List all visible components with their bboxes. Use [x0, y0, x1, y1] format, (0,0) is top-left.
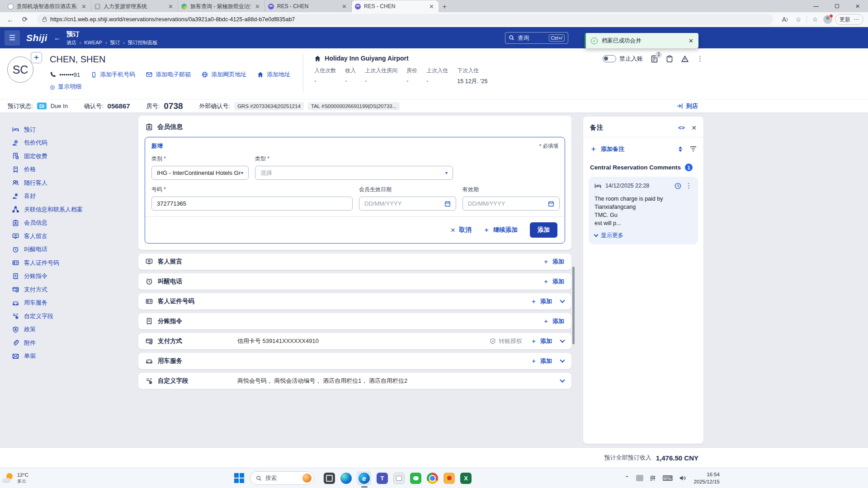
sidebar-item-fixed-charges[interactable]: 固定收费 — [12, 150, 136, 163]
start-date-field[interactable] — [359, 197, 456, 211]
ime-indicator[interactable]: 拼 — [650, 474, 656, 482]
history-clock-icon[interactable] — [675, 183, 681, 189]
toast-close-icon[interactable]: ✕ — [689, 38, 693, 44]
membership-number-field[interactable] — [151, 197, 353, 211]
show-more-link[interactable]: 显示更多 — [594, 232, 692, 239]
breadcrumb-hotel[interactable]: 酒店 — [66, 39, 76, 46]
app-icon-gold[interactable] — [443, 473, 455, 484]
minimize-button[interactable]: — — [806, 0, 826, 12]
continue-add-button[interactable]: ＋继续添加 — [484, 226, 518, 234]
taskbar-search-input[interactable] — [265, 475, 299, 481]
notes-close-icon[interactable]: ✕ — [691, 124, 697, 131]
tab-close-icon[interactable]: ✕ — [167, 3, 175, 10]
tab-hr-system[interactable]: S 人力资源管理系统 ✕ — [91, 0, 178, 12]
favorite-star-icon[interactable]: ☆ — [793, 14, 804, 25]
sidebar-item-attachments[interactable]: 附件 — [12, 336, 136, 350]
membership-number-input[interactable] — [157, 200, 347, 207]
more-options-icon[interactable]: ⋮ — [697, 55, 703, 63]
sort-icon[interactable] — [679, 146, 682, 152]
app-back-icon[interactable]: ← — [54, 34, 61, 42]
sidebar-item-guest-ids[interactable]: 客人证件号码 — [12, 256, 136, 270]
sidebar-item-routing[interactable]: 分账指令 — [12, 270, 136, 283]
clipboard-icon[interactable] — [666, 55, 673, 63]
type-select[interactable]: 选择 ▾ — [255, 166, 453, 180]
block-posting-toggle[interactable] — [603, 55, 616, 62]
sidebar-item-wakeup-calls[interactable]: 叫醒电话 — [12, 243, 136, 257]
add-guest-message-button[interactable]: ＋添加 — [543, 258, 564, 266]
add-mobile-link[interactable]: 添加手机号码 — [91, 70, 135, 79]
sidebar-item-accompanying-guests[interactable]: 随行客人 — [12, 176, 136, 190]
tray-app-icon[interactable] — [636, 475, 643, 481]
section-wakeup-calls[interactable]: 叫醒电话 ＋添加 — [138, 273, 571, 290]
add-routing-button[interactable]: ＋添加 — [543, 317, 564, 325]
add-wakeup-call-button[interactable]: ＋添加 — [543, 277, 564, 286]
registration-card-icon[interactable]: 1 — [651, 55, 658, 63]
chevron-down-icon[interactable] — [560, 338, 565, 343]
category-select[interactable]: IHG - InterContinental Hotels Group ▾ — [151, 166, 249, 180]
add-website-link[interactable]: 添加网页地址 — [202, 70, 246, 79]
section-transportation[interactable]: 用车服务 ＋添加 — [138, 353, 571, 369]
address-bar[interactable] — [37, 14, 773, 25]
sidebar-item-guest-messages[interactable]: 客人留言 — [12, 230, 136, 243]
transfer-authorization-button[interactable]: 转账授权 — [490, 337, 522, 345]
add-note-button[interactable]: ＋添加备注 — [590, 145, 679, 153]
tab-res-chen-active[interactable]: RES - CHEN ✕ — [352, 0, 439, 12]
chrome-icon[interactable] — [427, 473, 438, 484]
taskbar-search[interactable] — [250, 471, 314, 485]
new-tab-button[interactable]: ＋ — [439, 0, 450, 12]
breadcrumb-reservations[interactable]: 预订 — [110, 39, 120, 46]
search-input[interactable] — [518, 35, 545, 41]
sidebar-item-linked-profiles[interactable]: 关联信息和联系人档案 — [12, 203, 136, 216]
snipping-tool-icon[interactable] — [324, 473, 335, 484]
menu-dots-icon[interactable]: ⋯ — [854, 16, 859, 23]
keyboard-icon[interactable]: ⌨ — [662, 474, 673, 483]
read-aloud-icon[interactable]: A) — [779, 14, 790, 25]
chevron-down-icon[interactable] — [560, 377, 565, 382]
sidebar-item-transportation[interactable]: 用车服务 — [12, 296, 136, 310]
add-transportation-button[interactable]: ＋添加 — [531, 357, 552, 365]
start-button[interactable] — [233, 472, 245, 484]
tab-close-icon[interactable]: ✕ — [340, 3, 348, 10]
tab-close-icon[interactable]: ✕ — [80, 3, 88, 10]
volume-icon[interactable] — [679, 475, 687, 481]
cancel-button[interactable]: ✕取消 — [450, 226, 471, 234]
calendar-icon[interactable] — [444, 201, 451, 207]
section-guest-messages[interactable]: 客人留言 ＋添加 — [138, 253, 571, 270]
favorites-bar-icon[interactable]: ☆ — [810, 14, 821, 25]
close-button[interactable]: ✕ — [847, 0, 868, 12]
expiry-date-input[interactable] — [468, 200, 548, 207]
add-button[interactable]: 添加 — [530, 222, 557, 238]
section-routing[interactable]: 分账指令 ＋添加 — [138, 313, 571, 329]
refresh-icon[interactable]: ⟳ — [19, 14, 31, 25]
sidebar-item-custom-fields[interactable]: 自定义字段 — [12, 310, 136, 323]
bing-search-icon[interactable] — [302, 474, 311, 483]
taskbar-clock[interactable]: 16:54 2025/12/15 — [693, 471, 720, 485]
edge-icon[interactable] — [340, 473, 352, 484]
tab-police-query[interactable]: 旅客查询 - 紫楠旅馆业治安信息管 ✕ — [178, 0, 265, 12]
sidebar-item-reservation[interactable]: 预订 — [12, 123, 136, 136]
window-app-icon[interactable] — [393, 473, 405, 484]
breadcrumb-dashboard[interactable]: 预订控制面板 — [128, 39, 158, 46]
add-email-link[interactable]: 添加电子邮箱 — [146, 70, 191, 79]
check-in-button[interactable]: 到店 — [676, 102, 698, 110]
breadcrumb-property[interactable]: KWEAP — [84, 40, 102, 45]
hamburger-menu-icon[interactable]: ☰ — [5, 30, 20, 46]
weather-widget[interactable]: 13°C多云 — [0, 472, 28, 484]
add-guest-id-button[interactable]: ＋添加 — [531, 297, 552, 305]
content-scrollbar[interactable] — [572, 267, 575, 344]
note-menu-icon[interactable]: ⋮ — [685, 182, 692, 190]
sidebar-item-preferences[interactable]: 喜好 — [12, 190, 136, 203]
section-custom-fields[interactable]: 自定义字段 商悦会号码， 商悦会活动编号， 酒店自用栏位1， 酒店自用栏位2 — [138, 373, 571, 389]
chevron-down-icon[interactable] — [560, 298, 565, 303]
add-avatar-button[interactable]: ＋ — [31, 52, 42, 63]
tab-close-icon[interactable]: ✕ — [254, 3, 261, 10]
section-guest-ids[interactable]: 客人证件号码 ＋添加 — [138, 293, 571, 310]
teams-icon[interactable]: T — [377, 473, 388, 484]
section-payment-methods[interactable]: 支付方式 信用卡号 539141XXXXXX4910 转账授权 ＋添加 — [138, 333, 571, 349]
back-icon[interactable]: ← — [5, 14, 16, 25]
filter-icon[interactable] — [690, 146, 697, 152]
url-input[interactable] — [50, 16, 768, 23]
expiry-date-field[interactable] — [462, 197, 560, 211]
excel-icon[interactable]: X — [460, 473, 472, 484]
global-search[interactable]: Ctrl+/ — [505, 32, 568, 44]
